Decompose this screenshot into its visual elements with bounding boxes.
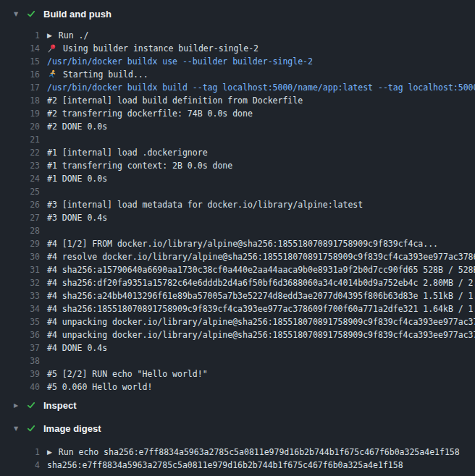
line-number[interactable]: 15 [0, 55, 40, 68]
line-number[interactable]: 16 [0, 68, 40, 81]
section-image-digest: ▼ Image digest 1▶ Run echo sha256:e7ff88… [0, 420, 475, 472]
play-icon[interactable]: ▶ [47, 29, 54, 42]
play-icon[interactable]: ▶ [47, 446, 54, 459]
log-line: 36#4 unpacking docker.io/library/alpine@… [0, 328, 475, 341]
log-line: 35#4 unpacking docker.io/library/alpine@… [0, 315, 475, 328]
line-number[interactable]: 4 [0, 459, 40, 472]
line-number[interactable]: 1 [0, 446, 40, 459]
line-text: #5 0.060 Hello world! [47, 382, 152, 392]
line-number[interactable]: 18 [0, 94, 40, 107]
actions-log-viewer[interactable]: ▼ Build and push 1▶ Run ./ 14Using build… [0, 0, 475, 476]
section-header[interactable]: ▼ Image digest [0, 420, 475, 436]
check-icon [26, 423, 36, 433]
section-build-and-push: ▼ Build and push 1▶ Run ./ 14Using build… [0, 6, 475, 394]
line-number[interactable]: 25 [0, 185, 40, 198]
line-text: #4 resolve docker.io/library/alpine@sha2… [47, 252, 475, 262]
line-text: ▶ Run echo sha256:e7ff8834a5963a2785c5a0… [47, 447, 460, 457]
log-line: 39#5 [2/2] RUN echo "Hello world!" [0, 367, 475, 381]
section-lines: 1▶ Run echo sha256:e7ff8834a5963a2785c5a… [0, 446, 475, 472]
line-text: #3 [internal] load metadata for docker.i… [47, 200, 363, 210]
line-text: #4 [1/2] FROM docker.io/library/alpine@s… [47, 239, 438, 249]
line-text: #1 DONE 0.0s [47, 174, 107, 184]
log-line: 33#4 sha256:a24bb4013296f61e89ba57005a7b… [0, 289, 475, 302]
log-line: 1▶ Run ./ [0, 29, 475, 42]
line-text: #2 [internal] load build definition from… [47, 95, 303, 106]
line-number[interactable]: 33 [0, 289, 40, 302]
log-line: 16Starting build... [0, 68, 475, 81]
line-text: #4 sha256:185518070891758909c9f839cf4ca3… [47, 304, 475, 314]
line-number[interactable]: 31 [0, 263, 40, 276]
line-number[interactable]: 34 [0, 302, 40, 315]
log-line: 1▶ Run echo sha256:e7ff8834a5963a2785c5a… [0, 446, 475, 459]
line-text: #4 unpacking docker.io/library/alpine@sh… [47, 330, 475, 340]
line-number[interactable]: 24 [0, 172, 40, 185]
line-number[interactable]: 29 [0, 237, 40, 250]
chevron-down-icon[interactable]: ▼ [12, 11, 20, 17]
line-number[interactable]: 26 [0, 198, 40, 211]
log-line: 27#3 DONE 0.4s [0, 211, 475, 224]
line-number[interactable]: 27 [0, 211, 40, 224]
log-line: 24#1 DONE 0.0s [0, 172, 475, 185]
line-number[interactable]: 30 [0, 250, 40, 263]
line-number[interactable]: 39 [0, 367, 40, 381]
section-title: Build and push [43, 9, 112, 20]
log-line: 37#4 DONE 0.4s [0, 341, 475, 354]
section-lines: 1▶ Run ./ 14Using builder instance build… [0, 29, 475, 394]
line-text: #2 transferring dockerfile: 74B 0.0s don… [47, 109, 253, 119]
line-text: Starting build... [47, 69, 148, 80]
line-number[interactable]: 19 [0, 107, 40, 120]
line-number[interactable]: 22 [0, 146, 40, 159]
line-number[interactable]: 28 [0, 224, 40, 237]
log-line: 17/usr/bin/docker buildx build --tag loc… [0, 81, 475, 94]
line-text: #1 transferring context: 2B 0.0s done [47, 161, 232, 171]
chevron-right-icon[interactable]: ▶ [12, 402, 20, 409]
line-number[interactable]: 35 [0, 315, 40, 328]
log-line: 25 [0, 185, 475, 198]
line-text: ▶ Run ./ [47, 30, 88, 41]
log-line: 30#4 resolve docker.io/library/alpine@sh… [0, 250, 475, 263]
line-number[interactable]: 20 [0, 120, 40, 133]
log-line: 21 [0, 133, 475, 146]
log-line: 40#5 0.060 Hello world! [0, 381, 475, 394]
log-line: 28 [0, 224, 475, 237]
line-number[interactable]: 32 [0, 276, 40, 289]
line-text: #4 unpacking docker.io/library/alpine@sh… [47, 317, 475, 327]
line-text: sha256:e7ff8834a5963a2785c5a0811e979d16b… [47, 460, 403, 470]
log-line: 22#1 [internal] load .dockerignore [0, 146, 475, 159]
pushpin-icon [47, 43, 56, 53]
log-line: 20#2 DONE 0.0s [0, 120, 475, 133]
section-inspect: ▶ Inspect [0, 397, 475, 413]
line-number[interactable]: 14 [0, 42, 40, 55]
check-icon [26, 9, 36, 19]
line-number[interactable]: 36 [0, 328, 40, 341]
line-number[interactable]: 17 [0, 81, 40, 94]
log-line: 15/usr/bin/docker buildx use --builder b… [0, 55, 475, 68]
line-text: /usr/bin/docker buildx use --builder bui… [47, 56, 313, 67]
log-line: 18#2 [internal] load build definition fr… [0, 94, 475, 107]
line-number[interactable]: 37 [0, 341, 40, 354]
line-text: #4 DONE 0.4s [47, 343, 107, 353]
line-text: #3 DONE 0.4s [47, 213, 107, 223]
runner-icon [47, 69, 56, 79]
log-line: 14Using builder instance builder-single-… [0, 42, 475, 55]
line-number[interactable]: 38 [0, 354, 40, 367]
line-text: #5 [2/2] RUN echo "Hello world!" [47, 369, 208, 379]
line-number[interactable]: 1 [0, 29, 40, 42]
log-line: 38 [0, 354, 475, 367]
log-line: 32#4 sha256:df20fa9351a15782c64e6dddb2d4… [0, 276, 475, 289]
log-line: 29#4 [1/2] FROM docker.io/library/alpine… [0, 237, 475, 250]
log-line: 34#4 sha256:185518070891758909c9f839cf4c… [0, 302, 475, 315]
section-header[interactable]: ▶ Inspect [0, 397, 475, 413]
log-line: 26#3 [internal] load metadata for docker… [0, 198, 475, 211]
line-number[interactable]: 40 [0, 381, 40, 394]
log-line: 19#2 transferring dockerfile: 74B 0.0s d… [0, 107, 475, 120]
line-number[interactable]: 23 [0, 159, 40, 172]
line-text: #1 [internal] load .dockerignore [47, 148, 208, 158]
line-number[interactable]: 21 [0, 133, 40, 146]
log-line: 31#4 sha256:a15790640a6690aa1730c38cf0a4… [0, 263, 475, 276]
line-text: #4 sha256:df20fa9351a15782c64e6dddb2d4a6… [47, 278, 475, 288]
section-header[interactable]: ▼ Build and push [0, 6, 475, 22]
line-text: Using builder instance builder-single-2 [47, 43, 258, 54]
line-text: #2 DONE 0.0s [47, 122, 107, 132]
chevron-down-icon[interactable]: ▼ [12, 425, 20, 432]
